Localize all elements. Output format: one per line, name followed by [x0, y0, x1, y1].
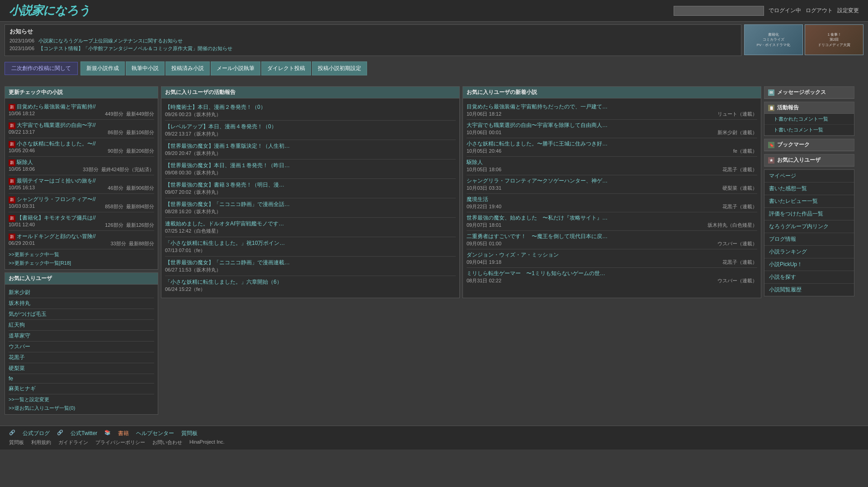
activity-item-4: 【世界最強の魔女】本日、漫画１巻発売！（昨日… 09/08 00:30（坂木持丸…: [165, 159, 456, 179]
update-badge: 新: [9, 159, 15, 166]
sidebar-search[interactable]: 小説を探す: [764, 271, 854, 284]
update-badge: 新: [9, 104, 15, 111]
footer-link-icon-twitter: 🔗: [57, 430, 63, 437]
update-item-4: 新駆除人 10/05 18:0633部分 最終424部分（完結済）: [9, 157, 154, 175]
activity-link-4[interactable]: 【世界最強の魔女】本日、漫画１巻発売！（昨日…: [165, 162, 290, 169]
tab-direct[interactable]: ダイレクト投稿: [261, 61, 311, 75]
update-title-8[interactable]: オールドキングと顔のない冒険//: [17, 233, 96, 239]
banner-area: 書籍化コミカライズPV・ボイスドラマ化 １食事！第2回ドリコメディア大賞: [744, 24, 863, 55]
activity-link-3[interactable]: 【世界最強の魔女】漫画１巻重版決定！（人生初…: [165, 143, 290, 149]
footer-book[interactable]: 書籍: [118, 430, 129, 437]
new-novel-link-9[interactable]: ダンジョン・ウィズ・ア・ミッション: [467, 252, 559, 258]
footer-sub-qa[interactable]: 質問板: [9, 439, 24, 446]
activity-item-2: 【レベルアップ】本日、漫画４巻発売！（0） 09/22 13:17（坂木持丸）: [165, 121, 456, 140]
sidebar-group-links[interactable]: なろうグループ内リンク: [764, 220, 854, 233]
sidebar-reviews-read[interactable]: 書いた感想一覧: [764, 183, 854, 195]
bookmark-icon: 🔖: [768, 142, 774, 148]
tab-writing[interactable]: 執筆中小説: [126, 61, 165, 75]
sidebar-mypage[interactable]: マイページ: [764, 170, 854, 183]
new-novel-link-10[interactable]: ミリしら転生ゲーマー 〜1ミリも知らないゲームの世…: [467, 270, 605, 276]
more-update-r18-link[interactable]: >>更新チェック中一覧[R18]: [9, 260, 154, 267]
new-novel-link-8[interactable]: 二重勇者はすごいです！ 〜魔王を倒して現代日本に戻…: [467, 233, 608, 239]
sidebar-rated[interactable]: 評価をつけた作品一覧: [764, 208, 854, 220]
header: 小説家になろう でログイン中 ログアウト 設定変更: [0, 0, 868, 22]
logout-button[interactable]: ログアウト: [806, 7, 833, 14]
activity-link-5[interactable]: 【世界最強の魔女】書籍３巻発売！（明日、漫…: [165, 182, 284, 188]
footer-sub-links: 質問板 利用規約 ガイドライン プライバシーポリシー お問い合わせ HinaPr…: [9, 439, 859, 446]
fav-user-1[interactable]: 新米少尉: [9, 287, 154, 298]
update-title-2[interactable]: 大宇宙でも職業選択の自由〜字//: [17, 122, 96, 128]
tab-mail-novel[interactable]: メール小説執筆: [211, 61, 260, 75]
activity-sidebar-title: 📋 活動報告: [764, 102, 854, 114]
bookmark-section: 🔖 ブックマーク: [764, 139, 854, 151]
footer-sub-guideline[interactable]: ガイドライン: [58, 439, 88, 446]
footer-blog[interactable]: 公式ブログ: [23, 430, 50, 437]
new-novel-link-2[interactable]: 大宇宙でも職業選択の自由〜宇宙軍を除隊して自由商人…: [467, 122, 608, 128]
new-novel-link-5[interactable]: シャングリラ・フロンティア〜クソゲーハンター、神ゲ…: [467, 178, 608, 184]
footer-sub-privacy[interactable]: プライバシーポリシー: [95, 439, 145, 446]
fav-user-list-link[interactable]: >>一覧と設定変更: [9, 396, 154, 403]
footer-help[interactable]: ヘルプセンター: [136, 430, 174, 437]
new-novels-list: 目覚めたら最強装備と宇宙船持ちだったので、一戸建て… 10月06日 18:12リ…: [463, 98, 761, 289]
update-title-6[interactable]: シャングリラ・フロンティア〜//: [17, 196, 96, 202]
activity-section: お気に入りユーザの活動報告 【時魔術士】本日、漫画２巻発売！（0） 09/26 …: [161, 86, 460, 298]
update-title-5[interactable]: 最弱テイマーはゴミ拾いの旅を//: [17, 178, 96, 184]
fav-user-4[interactable]: 紅天狗: [9, 320, 154, 331]
sidebar-blog-info[interactable]: ブログ情報: [764, 233, 854, 246]
tab-posted[interactable]: 投稿済み小説: [165, 61, 210, 75]
new-novel-link-3[interactable]: 小さな妖精に転生しました。〜勝手に王城に住みつき好…: [467, 140, 608, 147]
footer-link-icon-blog: 🔗: [9, 430, 15, 437]
fav-user-8[interactable]: 硬梨菜: [9, 363, 154, 374]
more-update-link[interactable]: >>更新チェック中一覧: [9, 251, 154, 258]
message-box-title: ✉ メッセージボックス: [764, 87, 854, 98]
new-novel-6: 魔境生活 09月22日 19:40花黒子（連載）: [467, 194, 757, 212]
new-novel-7: 世界最強の魔女、始めました 〜私だけ『攻略サイト』… 09月07日 18:01坂…: [467, 212, 757, 231]
new-novel-link-4[interactable]: 駆除人: [467, 159, 483, 165]
fav-user-3[interactable]: 気がつけば毛玉: [9, 309, 154, 320]
fav-user-5[interactable]: 道草家守: [9, 331, 154, 342]
fav-user-6[interactable]: ウスバー: [9, 342, 154, 352]
fav-user-reverse-link[interactable]: >>逆お気に入りユーザ一覧(0): [9, 405, 154, 412]
fav-user-10[interactable]: 麻美ヒナギ: [9, 384, 154, 394]
fav-user-2[interactable]: 坂木持丸: [9, 298, 154, 309]
activity-link-2[interactable]: 【レベルアップ】本日、漫画４巻発売！（0）: [165, 123, 277, 130]
main-container: 更新チェック中の小説 新目覚めたら最強装備と宇宙船持// 10/06 18:12…: [0, 83, 859, 421]
sidebar-ranking[interactable]: 小説ランキング: [764, 246, 854, 258]
tab-settings[interactable]: 投稿小説初期設定: [312, 61, 367, 75]
activity-link-8[interactable]: 「小さな妖精に転生しました。」祝10万ポイン…: [165, 240, 285, 246]
banner-2[interactable]: １食事！第2回ドリコメディア大賞: [805, 24, 863, 55]
activity-link-9[interactable]: 【世界最強の魔女】「ニコニコ静画」で漫画連載…: [165, 259, 290, 266]
update-title-7[interactable]: 【書籍化】キモオタモブ傭兵は//: [17, 215, 96, 221]
secondary-notice[interactable]: 二次創作の投稿に関して: [5, 62, 78, 75]
fav-user-9[interactable]: fe: [9, 374, 154, 384]
update-title-4[interactable]: 駆除人: [17, 159, 33, 165]
search-input[interactable]: [674, 6, 764, 16]
settings-button[interactable]: 設定変更: [837, 7, 859, 14]
update-title-1[interactable]: 目覚めたら最強装備と宇宙船持//: [17, 103, 96, 110]
footer-qa[interactable]: 質問板: [181, 430, 198, 437]
banner-1[interactable]: 書籍化コミカライズPV・ボイスドラマ化: [744, 24, 803, 55]
new-novel-link-6[interactable]: 魔境生活: [467, 196, 488, 202]
update-title-3[interactable]: 小さな妖精に転生しました。〜//: [17, 140, 96, 147]
activity-link-10[interactable]: 「小さな妖精に転生しました。」六章開始（6）: [165, 279, 282, 285]
footer-sub-terms[interactable]: 利用規約: [31, 439, 51, 446]
new-novel-8: 二重勇者はすごいです！ 〜魔王を倒して現代日本に戻… 09月05日 01:00ウ…: [467, 231, 757, 249]
footer-sub-contact[interactable]: お問い合わせ: [152, 439, 182, 446]
sidebar-pickup[interactable]: 小説PickUp！: [764, 258, 854, 271]
activity-link-7[interactable]: 連載始めました。ドルオタAI宇宙戦艦モノです…: [165, 220, 284, 227]
fav-user-7[interactable]: 花黒子: [9, 352, 154, 363]
sidebar-written-comments[interactable]: ト書かれたコメント一覧: [764, 114, 854, 125]
new-novel-link-7[interactable]: 世界最強の魔女、始めました 〜私だけ『攻略サイト』…: [467, 215, 608, 221]
sidebar-reviews-wrote[interactable]: 書いたレビュー一覧: [764, 195, 854, 208]
new-novel-3: 小さな妖精に転生しました。〜勝手に王城に住みつき好… 10月05日 20:46f…: [467, 138, 757, 157]
tab-new-novel[interactable]: 新規小説作成: [80, 61, 125, 75]
center-top-row: お気に入りユーザの活動報告 【時魔術士】本日、漫画２巻発売！（0） 09/26 …: [161, 86, 761, 301]
new-novel-link-1[interactable]: 目覚めたら最強装備と宇宙船持ちだったので、一戸建て…: [467, 103, 608, 110]
sidebar-wrote-comments[interactable]: ト書いたコメント一覧: [764, 125, 854, 136]
sidebar-history[interactable]: 小説閲覧履歴: [764, 284, 854, 296]
activity-link-6[interactable]: 【世界最強の魔女】「ニコニコ静画」で漫画全話…: [165, 201, 290, 207]
update-badge: 新: [9, 215, 15, 222]
footer-twitter[interactable]: 公式Twitter: [71, 430, 97, 437]
fav-users-list: 新米少尉 坂木持丸 気がつけば毛玉 紅天狗 道草家守 ウスバー 花黒子 硬梨菜 …: [5, 285, 158, 414]
activity-link-1[interactable]: 【時魔術士】本日、漫画２巻発売！（0）: [165, 104, 266, 110]
